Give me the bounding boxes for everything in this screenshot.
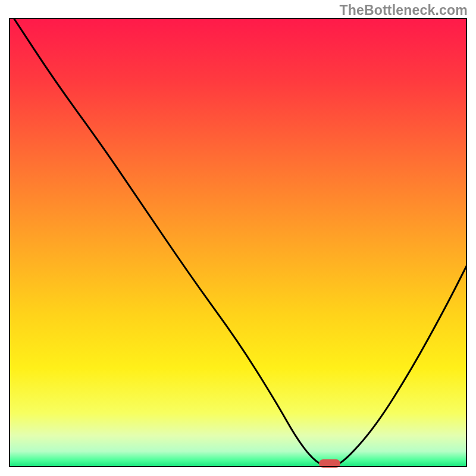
chart-frame [9, 18, 467, 467]
optimal-marker [319, 459, 340, 468]
watermark-text: TheBottleneck.com [339, 2, 468, 18]
gradient-rect [9, 18, 467, 467]
severity-gradient-background [9, 18, 467, 467]
